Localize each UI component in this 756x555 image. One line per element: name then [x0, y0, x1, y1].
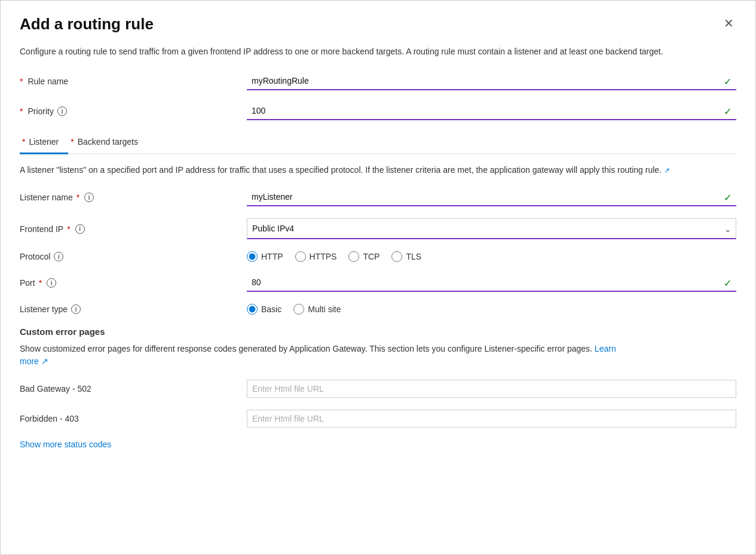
forbidden-input[interactable]: [247, 410, 736, 428]
protocol-tls-option[interactable]: TLS: [391, 251, 421, 262]
listener-external-link-icon[interactable]: ↗: [664, 166, 670, 175]
port-input[interactable]: [247, 274, 736, 292]
listener-type-multisite-option[interactable]: Multi site: [293, 304, 341, 315]
protocol-tcp-radio[interactable]: [348, 251, 359, 262]
protocol-info-icon[interactable]: i: [54, 252, 63, 261]
listener-name-control: ✓: [247, 188, 736, 206]
listener-type-radio-group: Basic Multi site: [247, 304, 736, 315]
listener-description: A listener "listens" on a specified port…: [20, 154, 677, 188]
bad-gateway-row: Bad Gateway - 502: [20, 380, 736, 398]
protocol-https-radio[interactable]: [295, 251, 306, 262]
protocol-row: Protocol i HTTP HTTPS TCP TLS: [20, 251, 736, 262]
dialog-header: Add a routing rule ✕: [20, 15, 736, 33]
frontend-ip-row: Frontend IP * i Public IPv4 Private IPv4…: [20, 218, 736, 239]
priority-control: ✓: [247, 102, 736, 120]
priority-label: * Priority i: [20, 106, 247, 116]
listener-name-row: Listener name * i ✓: [20, 188, 736, 206]
protocol-label: Protocol i: [20, 252, 247, 261]
protocol-control: HTTP HTTPS TCP TLS: [247, 251, 736, 262]
protocol-https-option[interactable]: HTTPS: [295, 251, 337, 262]
port-info-icon[interactable]: i: [47, 278, 56, 288]
frontend-ip-label: Frontend IP * i: [20, 224, 247, 234]
tab-listener[interactable]: * Listener: [20, 132, 68, 154]
frontend-ip-select-wrapper: Public IPv4 Private IPv4 ⌄: [247, 218, 736, 239]
bad-gateway-label: Bad Gateway - 502: [20, 384, 247, 394]
priority-required: *: [20, 106, 23, 116]
rule-name-required: *: [20, 77, 23, 86]
port-control: ✓: [247, 274, 736, 292]
close-button[interactable]: ✕: [721, 15, 736, 32]
listener-type-basic-radio[interactable]: [247, 304, 258, 315]
protocol-http-option[interactable]: HTTP: [247, 251, 283, 262]
rule-name-row: * Rule name ✓: [20, 72, 736, 90]
frontend-ip-info-icon[interactable]: i: [75, 224, 85, 234]
bad-gateway-input[interactable]: [247, 380, 736, 398]
listener-type-info-icon[interactable]: i: [71, 304, 81, 314]
tab-backend-targets[interactable]: * Backend targets: [68, 132, 148, 154]
show-more-status-codes-container: Show more status codes: [20, 440, 736, 449]
rule-name-control: ✓: [247, 72, 736, 90]
port-label: Port * i: [20, 278, 247, 288]
priority-check-icon: ✓: [724, 106, 731, 117]
protocol-tcp-option[interactable]: TCP: [348, 251, 379, 262]
listener-type-control: Basic Multi site: [247, 304, 736, 315]
dialog-description: Configure a routing rule to send traffic…: [20, 45, 677, 58]
priority-input[interactable]: [247, 102, 736, 120]
custom-error-pages-desc: Show customized error pages for differen…: [20, 343, 617, 368]
protocol-tls-radio[interactable]: [391, 251, 402, 262]
rule-name-input[interactable]: [247, 72, 736, 90]
rule-name-label: * Rule name: [20, 77, 247, 86]
port-row: Port * i ✓: [20, 274, 736, 292]
forbidden-label: Forbidden - 403: [20, 414, 247, 423]
listener-type-row: Listener type i Basic Multi site: [20, 304, 736, 315]
custom-error-pages-heading: Custom error pages: [20, 327, 736, 337]
listener-name-info-icon[interactable]: i: [84, 193, 94, 202]
protocol-http-radio[interactable]: [247, 251, 258, 262]
tab-bar: * Listener * Backend targets: [20, 132, 736, 154]
forbidden-control: [247, 410, 736, 428]
protocol-radio-group: HTTP HTTPS TCP TLS: [247, 251, 736, 262]
listener-name-label: Listener name * i: [20, 193, 247, 202]
listener-type-basic-option[interactable]: Basic: [247, 304, 281, 315]
priority-row: * Priority i ✓: [20, 102, 736, 120]
listener-type-label: Listener type i: [20, 304, 247, 314]
learn-more-external-icon: ↗: [41, 356, 48, 366]
bad-gateway-control: [247, 380, 736, 398]
frontend-ip-control: Public IPv4 Private IPv4 ⌄: [247, 218, 736, 239]
listener-type-multisite-radio[interactable]: [293, 304, 304, 315]
dialog-title: Add a routing rule: [20, 15, 154, 33]
listener-name-check-icon: ✓: [724, 192, 731, 203]
rule-name-check-icon: ✓: [724, 76, 731, 87]
frontend-ip-select[interactable]: Public IPv4 Private IPv4: [247, 218, 736, 239]
port-check-icon: ✓: [724, 278, 731, 289]
show-more-status-codes-link[interactable]: Show more status codes: [20, 440, 111, 449]
add-routing-rule-dialog: Add a routing rule ✕ Configure a routing…: [0, 0, 756, 555]
forbidden-row: Forbidden - 403: [20, 410, 736, 428]
priority-info-icon[interactable]: i: [57, 106, 67, 116]
listener-name-input[interactable]: [247, 188, 736, 206]
